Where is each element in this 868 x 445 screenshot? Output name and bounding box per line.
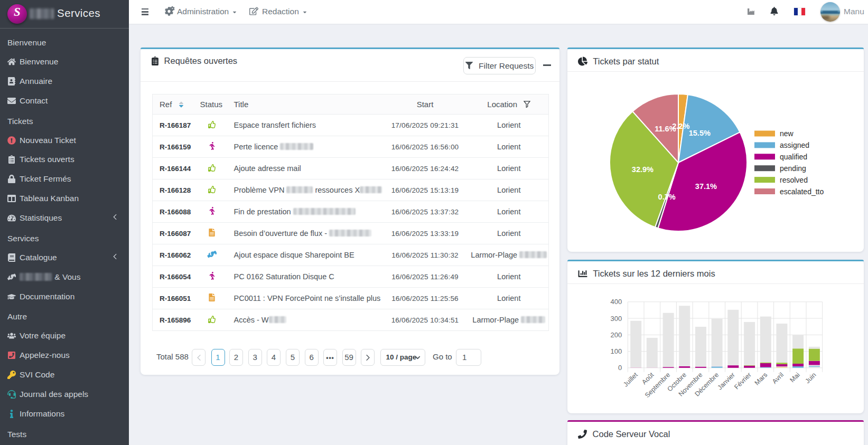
svg-text:pending: pending [780,164,806,173]
svg-text:200: 200 [611,331,622,339]
svg-text:15.5%: 15.5% [689,129,711,137]
svg-text:100: 100 [611,347,622,355]
svg-text:new: new [780,129,794,138]
svg-text:32.9%: 32.9% [632,165,654,174]
svg-text:resolved: resolved [780,176,808,184]
svg-text:37.1%: 37.1% [695,182,717,191]
svg-text:escalated_tto: escalated_tto [780,187,824,196]
svg-text:Février: Février [733,371,752,391]
svg-text:assigned: assigned [780,141,809,149]
svg-text:Juin: Juin [804,371,817,385]
svg-text:Avril: Avril [771,371,785,385]
svg-text:Mai: Mai [789,371,801,384]
svg-text:300: 300 [611,315,622,323]
svg-text:0.7%: 0.7% [658,193,676,201]
svg-text:0: 0 [618,364,622,372]
svg-text:11.6%: 11.6% [655,125,676,133]
svg-text:Mars: Mars [753,371,769,387]
svg-text:qualified: qualified [780,153,807,161]
svg-text:400: 400 [611,298,622,306]
svg-text:Juillet: Juillet [622,371,639,389]
svg-text:Janvier: Janvier [716,371,736,391]
